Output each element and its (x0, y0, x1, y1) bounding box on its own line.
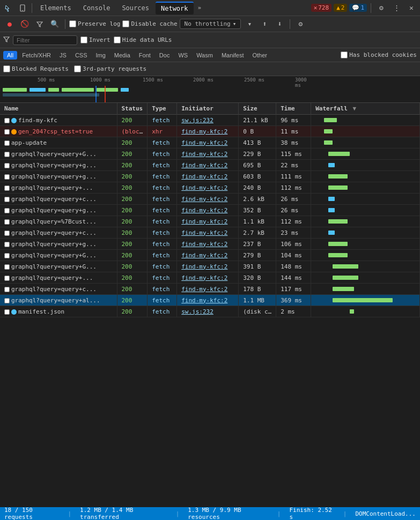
row-checkbox[interactable] (4, 231, 10, 236)
type-btn-css[interactable]: CSS (71, 51, 91, 60)
more-tabs-button[interactable]: » (195, 2, 205, 13)
initiator-link[interactable]: find-my-kfc:2 (181, 297, 227, 304)
preserve-log-checkbox[interactable] (69, 20, 76, 27)
cell-initiator[interactable]: find-my-kfc:2 (177, 205, 239, 216)
table-row[interactable]: graphql?query=query+...200fetchfind-my-k… (0, 272, 420, 284)
upload-icon[interactable]: ⬆ (258, 18, 271, 31)
more-options-icon[interactable]: ⚙ (294, 18, 307, 31)
initiator-link[interactable]: find-my-kfc:2 (181, 286, 227, 293)
row-checkbox[interactable] (4, 287, 10, 292)
cell-initiator[interactable]: find-my-kfc:2 (177, 227, 239, 239)
col-header-size[interactable]: Size (239, 103, 276, 115)
table-row[interactable]: graphql?query=query+c...200fetchfind-my-… (0, 227, 420, 239)
cell-initiator[interactable]: find-my-kfc:2 (177, 239, 239, 250)
close-icon[interactable]: ✕ (405, 2, 418, 14)
clear-button[interactable]: 🚫 (18, 18, 31, 31)
cell-initiator[interactable]: find-my-kfc:2 (177, 194, 239, 205)
table-row[interactable]: graphql?query=query+g...200fetchfind-my-… (0, 171, 420, 182)
cell-initiator[interactable]: find-my-kfc:2 (177, 284, 239, 295)
cell-initiator[interactable]: find-my-kfc:2 (177, 171, 239, 182)
row-checkbox[interactable] (4, 309, 10, 315)
cell-initiator[interactable]: find-my-kfc:2 (177, 182, 239, 194)
has-blocked-cookies-label[interactable]: Has blocked cookies (341, 51, 417, 58)
cell-initiator[interactable]: find-my-kfc:2 (177, 126, 239, 137)
search-button[interactable]: 🔍 (48, 18, 61, 31)
col-header-name[interactable]: Name (0, 103, 117, 115)
col-header-initiator[interactable]: Initiator (177, 103, 239, 115)
row-checkbox[interactable] (4, 185, 10, 191)
initiator-link[interactable]: find-my-kfc:2 (181, 218, 227, 225)
initiator-link[interactable]: find-my-kfc:2 (181, 252, 227, 259)
table-row[interactable]: graphql?query=query+g...200fetchfind-my-… (0, 160, 420, 171)
table-row[interactable]: graphql?query=query+g...200fetchfind-my-… (0, 239, 420, 250)
blocked-requests-checkbox[interactable] (3, 65, 10, 72)
hide-data-urls-label[interactable]: Hide data URLs (114, 36, 172, 43)
initiator-link[interactable]: find-my-kfc:2 (181, 241, 227, 248)
warn-badge[interactable]: ▲ 2 (334, 4, 347, 12)
table-row[interactable]: find-my-kfc200fetchsw.js:23221.1 kB96 ms (0, 115, 420, 126)
table-row[interactable]: graphql?query=query+G...200fetchfind-my-… (0, 148, 420, 160)
initiator-link[interactable]: find-my-kfc:2 (181, 229, 227, 236)
table-row[interactable]: graphql?query=query+c...200fetchfind-my-… (0, 194, 420, 205)
row-checkbox[interactable] (4, 276, 10, 281)
table-row[interactable]: manifest.json200fetchsw.js:232(disk c...… (0, 306, 420, 317)
type-btn-all[interactable]: All (3, 51, 17, 60)
table-row[interactable]: graphql?query=query+al...200fetchfind-my… (0, 295, 420, 306)
download-icon[interactable]: ⬇ (273, 18, 286, 31)
col-header-waterfall[interactable]: Waterfall ▼ (311, 103, 420, 115)
network-table-container[interactable]: Name Status Type Initiator Size (0, 103, 420, 507)
cell-initiator[interactable]: sw.js:232 (177, 115, 239, 126)
row-checkbox[interactable] (4, 129, 10, 135)
type-btn-manifest[interactable]: Manifest (218, 51, 248, 60)
cell-initiator[interactable]: find-my-kfc:2 (177, 216, 239, 227)
info-badge[interactable]: 💬 1 (349, 4, 367, 12)
cell-initiator[interactable]: find-my-kfc:2 (177, 261, 239, 272)
tab-elements[interactable]: Elements (35, 2, 77, 14)
cell-initiator[interactable]: find-my-kfc:2 (177, 160, 239, 171)
type-btn-ws[interactable]: WS (174, 51, 191, 60)
row-checkbox[interactable] (4, 140, 10, 146)
preserve-log-label[interactable]: Preserve log (69, 20, 120, 27)
row-checkbox[interactable] (4, 197, 10, 202)
error-badge[interactable]: ✕ 728 (311, 4, 332, 12)
type-btn-other[interactable]: Other (248, 51, 271, 60)
throttle-options-icon[interactable]: ▾ (243, 18, 256, 31)
type-btn-wasm[interactable]: Wasm (193, 51, 217, 60)
row-checkbox[interactable] (4, 152, 10, 157)
initiator-link[interactable]: find-my-kfc:2 (181, 151, 227, 158)
col-header-time[interactable]: Time (276, 103, 311, 115)
cell-initiator[interactable]: find-my-kfc:2 (177, 137, 239, 148)
row-checkbox[interactable] (4, 163, 10, 168)
tab-network[interactable]: Network (156, 2, 194, 14)
row-checkbox[interactable] (4, 298, 10, 303)
col-header-status[interactable]: Status (117, 103, 148, 115)
row-checkbox[interactable] (4, 242, 10, 247)
initiator-link[interactable]: sw.js:232 (181, 117, 213, 124)
type-btn-font[interactable]: Font (135, 51, 154, 60)
tab-console[interactable]: Console (78, 2, 116, 14)
table-row[interactable]: graphql?query=query+c...200fetchfind-my-… (0, 284, 420, 295)
more-icon[interactable]: ⋮ (390, 2, 403, 14)
initiator-link[interactable]: sw.js:232 (181, 308, 213, 315)
initiator-link[interactable]: find-my-kfc:2 (181, 173, 227, 180)
hide-data-urls-checkbox[interactable] (114, 36, 121, 43)
third-party-checkbox[interactable] (74, 65, 81, 72)
col-header-type[interactable]: Type (148, 103, 177, 115)
row-checkbox[interactable] (4, 253, 10, 258)
cell-initiator[interactable]: sw.js:232 (177, 306, 239, 317)
mobile-icon[interactable] (16, 2, 29, 14)
initiator-link[interactable]: find-my-kfc:2 (181, 207, 227, 214)
third-party-label[interactable]: 3rd-party requests (74, 65, 146, 72)
row-checkbox[interactable] (4, 208, 10, 213)
initiator-link[interactable]: find-my-kfc:2 (181, 274, 227, 281)
filter-input[interactable] (13, 35, 77, 45)
row-checkbox[interactable] (4, 118, 10, 123)
table-row[interactable]: graphql?query=query+G...200fetchfind-my-… (0, 250, 420, 261)
table-row[interactable]: gen_204?csp_test=true(block...xhrfind-my… (0, 126, 420, 137)
type-btn-img[interactable]: Img (92, 51, 109, 60)
row-checkbox[interactable] (4, 174, 10, 180)
initiator-link[interactable]: find-my-kfc:2 (181, 162, 227, 169)
row-checkbox[interactable] (4, 219, 10, 225)
invert-label[interactable]: Invert (80, 36, 110, 43)
has-blocked-cookies-checkbox[interactable] (341, 51, 348, 58)
